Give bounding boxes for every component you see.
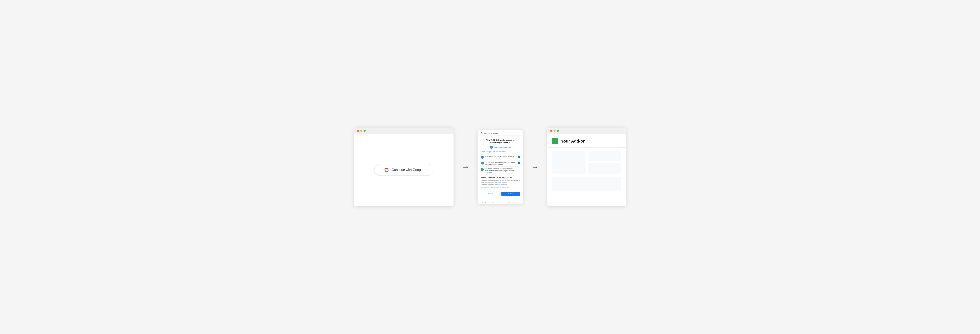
footer-links: Help Privacy Terms (508, 201, 520, 203)
trust-text-2: Learn how Google helps you share data sa… (481, 184, 520, 186)
account-avatar: u (490, 146, 493, 149)
logo-sq-1 (552, 138, 555, 141)
step1-content: Continue with Google (354, 134, 453, 205)
step1-browser: Continue with Google (354, 128, 453, 206)
arrow-2: → (531, 163, 539, 171)
trust-text-3: See Kahoot!'s Privacy Policy and Terms o… (481, 186, 520, 188)
permission-1: Associate you with your personal info on… (481, 154, 520, 160)
perm-check-3[interactable] (518, 168, 520, 170)
logo-sq-3 (552, 141, 555, 144)
footer-help[interactable]: Help (508, 201, 510, 203)
perm-text-2: See your personal info, including any pe… (485, 161, 517, 165)
oauth-header-label: Sign in with Google (484, 132, 498, 134)
oauth-body: Your Add-On! wants access to your Google… (477, 136, 523, 200)
continue-with-google-label: Continue with Google (392, 168, 423, 172)
oauth-trust-section: Make sure you trust the installed Add-On… (481, 175, 520, 190)
google-icon-small (480, 132, 482, 134)
continue-button[interactable]: Continue (501, 192, 520, 196)
addon-logo-icon (552, 138, 558, 144)
perm-check-2[interactable] (518, 162, 520, 164)
oauth-actions: Cancel Continue (481, 190, 520, 197)
addon-main-content (547, 148, 626, 205)
google-logo-icon (384, 168, 389, 172)
account-email: user@schoolDomain.com (494, 146, 511, 148)
traffic-light-min (360, 130, 362, 132)
permission-3: See, create, and update its own attachme… (481, 167, 520, 175)
addon-card-3 (588, 163, 621, 173)
oauth-title: Your Add-On! wants access to your Google… (481, 138, 520, 144)
titlebar-3 (547, 128, 626, 134)
cancel-button[interactable]: Cancel (481, 192, 500, 196)
oauth-select-label: Select what your Add-On can access (481, 151, 520, 153)
traffic-light-max (364, 130, 366, 132)
traffic-light-close (357, 130, 359, 132)
traffic-light-close-3 (550, 130, 552, 132)
traffic-light-min-3 (554, 130, 555, 132)
oauth-account-info: u user@schoolDomain.com (481, 146, 520, 149)
addon-card-wide (552, 177, 621, 191)
perm-icon-3 (481, 168, 484, 171)
addon-card-1 (552, 151, 585, 173)
arrow-1: → (462, 163, 469, 171)
permission-2: See your personal info, including any pe… (481, 160, 520, 167)
footer-language[interactable]: English (United States) ▾ (481, 201, 495, 203)
titlebar-1 (354, 128, 453, 134)
perm-text-3: See, create, and update its own attachme… (485, 168, 517, 173)
trust-text-1: You may be sharing sensitive info with t… (481, 180, 520, 183)
addon-card-2 (588, 151, 621, 161)
flow-container: Continue with Google → Sign in with Goog… (345, 128, 635, 206)
logo-sq-4 (555, 141, 558, 144)
perm-icon-2 (481, 162, 484, 164)
perm-text-1: Associate you with your personal info on… (485, 156, 517, 157)
oauth-header: Sign in with Google (477, 130, 523, 136)
footer-terms[interactable]: Terms (517, 201, 520, 203)
footer-privacy[interactable]: Privacy (511, 201, 515, 203)
trust-title: Make sure you trust the installed Add-On… (481, 177, 520, 178)
logo-sq-2 (555, 138, 558, 141)
oauth-dialog: Sign in with Google Your Add-On! wants a… (477, 130, 523, 204)
step2-browser: Sign in with Google Your Add-On! wants a… (477, 130, 523, 204)
addon-title: Your Add-on (561, 139, 585, 143)
perm-icon-1 (481, 156, 484, 159)
traffic-light-max-3 (557, 130, 559, 132)
addon-header: Your Add-on (547, 134, 626, 148)
continue-with-google-button[interactable]: Continue with Google (374, 164, 434, 176)
step3-content: Your Add-on (547, 134, 626, 205)
step3-browser: Your Add-on (547, 128, 626, 206)
perm-check-1[interactable] (518, 156, 520, 158)
addon-card-row-1 (552, 151, 621, 173)
oauth-footer: English (United States) ▾ Help Privacy T… (477, 200, 523, 204)
